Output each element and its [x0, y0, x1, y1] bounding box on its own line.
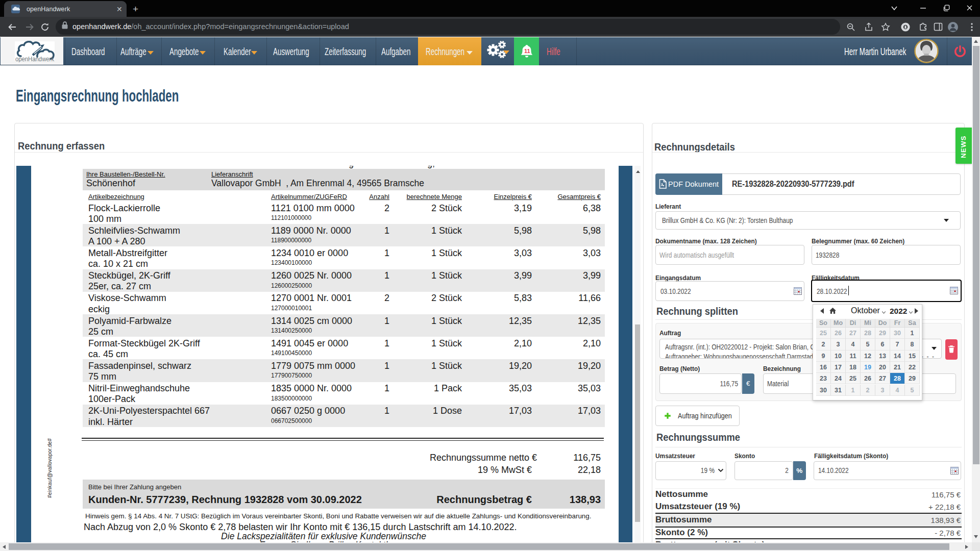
svg-text:11: 11: [524, 48, 530, 54]
svg-text:openHandwerk: openHandwerk: [15, 55, 54, 62]
